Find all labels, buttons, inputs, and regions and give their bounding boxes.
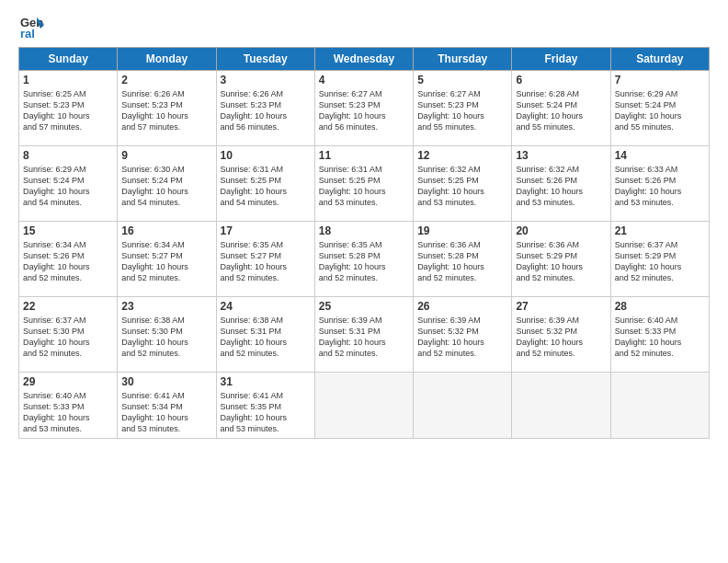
day-number: 21 (615, 224, 705, 237)
logo-icon: Gene ral (18, 14, 44, 40)
calendar-cell: 26Sunrise: 6:39 AMSunset: 5:32 PMDayligh… (414, 297, 512, 373)
weekday-header-monday: Monday (118, 48, 216, 71)
day-number: 15 (23, 224, 113, 237)
day-number: 30 (121, 375, 211, 388)
day-number: 10 (221, 149, 311, 162)
day-number: 14 (615, 149, 705, 162)
day-number: 7 (615, 74, 705, 86)
day-number: 20 (516, 224, 606, 237)
calendar-cell: 29Sunrise: 6:40 AMSunset: 5:33 PMDayligh… (19, 373, 118, 439)
calendar-cell: 12Sunrise: 6:32 AMSunset: 5:25 PMDayligh… (414, 146, 512, 222)
calendar-cell: 15Sunrise: 6:34 AMSunset: 5:26 PMDayligh… (19, 222, 118, 297)
cell-details: Sunrise: 6:36 AMSunset: 5:29 PMDaylight:… (516, 239, 606, 284)
calendar-cell: 2Sunrise: 6:26 AMSunset: 5:23 PMDaylight… (118, 71, 216, 146)
day-number: 18 (319, 224, 409, 237)
calendar-week-1: 1Sunrise: 6:25 AMSunset: 5:23 PMDaylight… (19, 71, 710, 146)
day-number: 28 (615, 300, 705, 313)
calendar-cell (610, 373, 709, 439)
weekday-header-sunday: Sunday (19, 48, 118, 71)
cell-details: Sunrise: 6:39 AMSunset: 5:31 PMDaylight:… (319, 315, 409, 360)
calendar-cell: 19Sunrise: 6:36 AMSunset: 5:28 PMDayligh… (414, 222, 512, 297)
page: Gene ral SundayMondayTuesdayWednesdayThu… (0, 0, 728, 563)
calendar-cell: 7Sunrise: 6:29 AMSunset: 5:24 PMDaylight… (610, 71, 709, 146)
day-number: 9 (121, 149, 211, 162)
cell-details: Sunrise: 6:26 AMSunset: 5:23 PMDaylight:… (121, 88, 211, 133)
day-number: 16 (121, 224, 211, 237)
cell-details: Sunrise: 6:27 AMSunset: 5:23 PMDaylight:… (417, 88, 507, 133)
calendar-cell: 1Sunrise: 6:25 AMSunset: 5:23 PMDaylight… (19, 71, 118, 146)
day-number: 2 (121, 74, 211, 86)
cell-details: Sunrise: 6:32 AMSunset: 5:26 PMDaylight:… (516, 164, 606, 209)
cell-details: Sunrise: 6:40 AMSunset: 5:33 PMDaylight:… (23, 390, 113, 435)
calendar-cell: 21Sunrise: 6:37 AMSunset: 5:29 PMDayligh… (610, 222, 709, 297)
calendar-cell: 17Sunrise: 6:35 AMSunset: 5:27 PMDayligh… (216, 222, 314, 297)
day-number: 3 (221, 74, 311, 86)
day-number: 6 (516, 74, 606, 86)
cell-details: Sunrise: 6:36 AMSunset: 5:28 PMDaylight:… (417, 239, 507, 284)
cell-details: Sunrise: 6:31 AMSunset: 5:25 PMDaylight:… (319, 164, 409, 209)
weekday-header-tuesday: Tuesday (216, 48, 314, 71)
day-number: 31 (221, 375, 311, 388)
cell-details: Sunrise: 6:29 AMSunset: 5:24 PMDaylight:… (23, 164, 113, 209)
day-number: 4 (319, 74, 409, 86)
calendar-cell: 25Sunrise: 6:39 AMSunset: 5:31 PMDayligh… (314, 297, 413, 373)
cell-details: Sunrise: 6:25 AMSunset: 5:23 PMDaylight:… (23, 88, 113, 133)
calendar-week-5: 29Sunrise: 6:40 AMSunset: 5:33 PMDayligh… (19, 373, 710, 439)
cell-details: Sunrise: 6:38 AMSunset: 5:31 PMDaylight:… (221, 315, 311, 360)
cell-details: Sunrise: 6:34 AMSunset: 5:26 PMDaylight:… (23, 239, 113, 284)
cell-details: Sunrise: 6:26 AMSunset: 5:23 PMDaylight:… (221, 88, 311, 133)
calendar-cell (512, 373, 610, 439)
cell-details: Sunrise: 6:27 AMSunset: 5:23 PMDaylight:… (319, 88, 409, 133)
calendar-cell: 30Sunrise: 6:41 AMSunset: 5:34 PMDayligh… (118, 373, 216, 439)
cell-details: Sunrise: 6:28 AMSunset: 5:24 PMDaylight:… (516, 88, 606, 133)
calendar-cell: 31Sunrise: 6:41 AMSunset: 5:35 PMDayligh… (216, 373, 314, 439)
calendar-cell: 6Sunrise: 6:28 AMSunset: 5:24 PMDaylight… (512, 71, 610, 146)
cell-details: Sunrise: 6:35 AMSunset: 5:27 PMDaylight:… (221, 239, 311, 284)
calendar-cell: 9Sunrise: 6:30 AMSunset: 5:24 PMDaylight… (118, 146, 216, 222)
day-number: 22 (23, 300, 113, 313)
cell-details: Sunrise: 6:35 AMSunset: 5:28 PMDaylight:… (319, 239, 409, 284)
calendar-cell: 27Sunrise: 6:39 AMSunset: 5:32 PMDayligh… (512, 297, 610, 373)
cell-details: Sunrise: 6:41 AMSunset: 5:35 PMDaylight:… (221, 390, 311, 435)
cell-details: Sunrise: 6:41 AMSunset: 5:34 PMDaylight:… (121, 390, 211, 435)
calendar-cell (314, 373, 413, 439)
calendar-week-2: 8Sunrise: 6:29 AMSunset: 5:24 PMDaylight… (19, 146, 710, 222)
calendar-cell: 14Sunrise: 6:33 AMSunset: 5:26 PMDayligh… (610, 146, 709, 222)
header: Gene ral (18, 14, 710, 40)
calendar-cell: 10Sunrise: 6:31 AMSunset: 5:25 PMDayligh… (216, 146, 314, 222)
calendar-cell: 24Sunrise: 6:38 AMSunset: 5:31 PMDayligh… (216, 297, 314, 373)
calendar-cell: 16Sunrise: 6:34 AMSunset: 5:27 PMDayligh… (118, 222, 216, 297)
day-number: 17 (221, 224, 311, 237)
cell-details: Sunrise: 6:34 AMSunset: 5:27 PMDaylight:… (121, 239, 211, 284)
calendar-cell: 23Sunrise: 6:38 AMSunset: 5:30 PMDayligh… (118, 297, 216, 373)
calendar-table: SundayMondayTuesdayWednesdayThursdayFrid… (18, 47, 710, 439)
day-number: 29 (23, 375, 113, 388)
calendar-cell: 20Sunrise: 6:36 AMSunset: 5:29 PMDayligh… (512, 222, 610, 297)
calendar-cell: 22Sunrise: 6:37 AMSunset: 5:30 PMDayligh… (19, 297, 118, 373)
cell-details: Sunrise: 6:33 AMSunset: 5:26 PMDaylight:… (615, 164, 705, 209)
weekday-header-row: SundayMondayTuesdayWednesdayThursdayFrid… (19, 48, 710, 71)
weekday-header-friday: Friday (512, 48, 610, 71)
calendar-cell: 18Sunrise: 6:35 AMSunset: 5:28 PMDayligh… (314, 222, 413, 297)
day-number: 23 (121, 300, 211, 313)
cell-details: Sunrise: 6:39 AMSunset: 5:32 PMDaylight:… (516, 315, 606, 360)
calendar-cell: 13Sunrise: 6:32 AMSunset: 5:26 PMDayligh… (512, 146, 610, 222)
calendar-cell: 28Sunrise: 6:40 AMSunset: 5:33 PMDayligh… (610, 297, 709, 373)
cell-details: Sunrise: 6:40 AMSunset: 5:33 PMDaylight:… (615, 315, 705, 360)
calendar-cell: 3Sunrise: 6:26 AMSunset: 5:23 PMDaylight… (216, 71, 314, 146)
day-number: 12 (417, 149, 507, 162)
calendar-cell (414, 373, 512, 439)
day-number: 11 (319, 149, 409, 162)
day-number: 8 (23, 149, 113, 162)
weekday-header-wednesday: Wednesday (314, 48, 413, 71)
weekday-header-saturday: Saturday (610, 48, 709, 71)
cell-details: Sunrise: 6:32 AMSunset: 5:25 PMDaylight:… (417, 164, 507, 209)
cell-details: Sunrise: 6:37 AMSunset: 5:30 PMDaylight:… (23, 315, 113, 360)
cell-details: Sunrise: 6:38 AMSunset: 5:30 PMDaylight:… (121, 315, 211, 360)
cell-details: Sunrise: 6:31 AMSunset: 5:25 PMDaylight:… (221, 164, 311, 209)
day-number: 13 (516, 149, 606, 162)
day-number: 27 (516, 300, 606, 313)
calendar-cell: 5Sunrise: 6:27 AMSunset: 5:23 PMDaylight… (414, 71, 512, 146)
day-number: 5 (417, 74, 507, 86)
calendar-cell: 8Sunrise: 6:29 AMSunset: 5:24 PMDaylight… (19, 146, 118, 222)
